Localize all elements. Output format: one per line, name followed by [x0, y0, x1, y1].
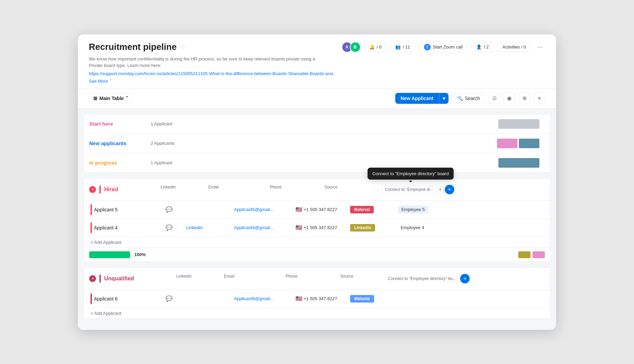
star-icon[interactable]: ☆	[180, 43, 185, 51]
col-header-phone: Phone	[268, 183, 323, 196]
unqualified-color-bar	[99, 275, 101, 283]
email-link[interactable]: Applicant4@gmail...	[234, 225, 274, 230]
row-color-bar	[91, 293, 92, 304]
table-grid-icon: ⊞	[93, 96, 97, 101]
users-btn[interactable]: 👤 / 2	[471, 42, 494, 52]
pin-btn[interactable]: ⊕	[519, 93, 530, 104]
col-header-linkedin: Linkedin	[159, 183, 207, 196]
avatar-2[interactable]: B	[350, 42, 361, 53]
view-btn[interactable]: ◉	[504, 93, 515, 104]
connect-dropdown[interactable]: Connect to "Employee directo..." ▾	[382, 185, 443, 194]
swatch-linkedin	[518, 251, 530, 258]
hired-color-bar	[99, 185, 101, 194]
employee-cell: Employee 4	[397, 222, 472, 234]
app-window: Recruitment pipeline ☆ A B 🔔 / 0 👥 / 11	[78, 34, 556, 330]
progress-pct: 100%	[134, 252, 146, 257]
row-color-bar	[91, 204, 92, 215]
progress-bar	[89, 251, 130, 258]
toolbar-right: New Applicant ▾ 🔍 Search ⊙ ◉ ⊕ ≡	[395, 93, 545, 104]
comment-cell[interactable]: 💬	[164, 292, 185, 305]
col-header-email: Email	[223, 272, 284, 285]
unqualified-collapse-btn[interactable]: ▾	[89, 275, 96, 282]
filter-btn[interactable]: ≡	[534, 93, 545, 104]
add-column-btn[interactable]: +	[445, 185, 454, 194]
employee-value: Employee 5	[398, 206, 428, 213]
bar-segment-progress	[498, 158, 539, 168]
person-filter-btn[interactable]: ⊙	[488, 93, 500, 104]
phone-cell: 🇺🇸 +1 505 347 8227	[294, 221, 349, 234]
comment-icon: 💬	[166, 207, 173, 212]
summary-name-progress: In progress	[89, 160, 151, 166]
summary-section: Start here 1 Applicant New applicants 2 …	[83, 114, 551, 173]
employee-value: Employee 4	[398, 224, 427, 232]
bar-segment-2	[519, 139, 539, 148]
table-selector[interactable]: ⊞ Main Table ˅	[89, 93, 133, 103]
linkedin-cell	[185, 295, 233, 302]
summary-row-progress: In progress 1 Applicant	[84, 153, 550, 172]
toolbar-left: ⊞ Main Table ˅	[89, 93, 133, 103]
phone-number: +1 505 347 8227	[304, 225, 337, 230]
source-cell: Website	[349, 293, 397, 305]
table-name: Main Table	[99, 96, 124, 101]
flag-icon: 🇺🇸	[295, 224, 302, 231]
new-applicant-dropdown-arrow[interactable]: ▾	[439, 93, 449, 104]
summary-bar-new	[192, 139, 545, 148]
notifications-btn[interactable]: 🔔 / 0	[364, 42, 387, 52]
email-cell: Applicant6@gmail...	[233, 293, 294, 305]
comment-cell[interactable]: 💬	[164, 203, 185, 216]
more-icon: ···	[537, 43, 542, 50]
row-actions-cell	[472, 206, 489, 213]
summary-name-start: Start here	[89, 121, 151, 127]
footer-swatches	[518, 251, 545, 258]
phone-number: +1 505 347 8227	[304, 296, 337, 301]
new-applicant-btn[interactable]: New Applicant ▾	[395, 93, 449, 104]
toolbar: ⊞ Main Table ˅ New Applicant ▾ 🔍 Search …	[78, 88, 556, 109]
applicant-name: Applicant 5	[94, 207, 118, 212]
row-actions-cell	[472, 295, 489, 302]
unqualified-title: Unqualified	[104, 276, 134, 282]
pin-icon: ⊕	[522, 95, 527, 101]
connect-col-label: Connect to "Employee directory" bo...	[388, 276, 456, 281]
more-menu-btn[interactable]: ···	[535, 42, 545, 52]
add-applicant-label: + Add Applicant	[91, 311, 121, 316]
users-count: / 2	[484, 44, 488, 50]
see-more-btn[interactable]: See More ˅	[89, 79, 112, 84]
source-badge: Linkedin	[350, 224, 375, 232]
applicant-name: Applicant 6	[94, 296, 118, 302]
col-dots-icon: ⋮⋮	[372, 187, 381, 192]
col-header-email: Email	[207, 183, 268, 196]
learn-more-link[interactable]: https://support.monday.com/hc/en-us/arti…	[89, 71, 334, 76]
zoom-label: Start Zoom call	[433, 44, 463, 50]
linkedin-cell: Linkedin	[185, 222, 233, 234]
progress-fill	[89, 251, 130, 258]
activities-btn[interactable]: Activities / 0	[497, 42, 531, 52]
linkedin-link[interactable]: Linkedin	[186, 225, 203, 230]
progress-footer: 100%	[84, 248, 550, 262]
summary-row-new: New applicants 2 Applicants	[84, 134, 550, 153]
start-zoom-btn[interactable]: Z Start Zoom call	[419, 41, 468, 53]
members-btn[interactable]: 👥 / 11	[390, 42, 415, 52]
notifications-count: / 0	[377, 44, 382, 50]
email-link[interactable]: Applicant6@gmail...	[234, 296, 274, 301]
header: Recruitment pipeline ☆ A B 🔔 / 0 👥 / 11	[78, 34, 556, 88]
table-arrow-icon: ˅	[126, 96, 128, 101]
email-cell: Applicant4@gmail...	[233, 222, 294, 234]
collapse-icon: ▾	[92, 277, 94, 280]
comment-cell[interactable]: 💬	[164, 221, 185, 234]
swatch-referral	[533, 251, 545, 258]
col-header-blank	[139, 183, 159, 196]
collapse-icon: ▾	[92, 187, 94, 191]
search-btn[interactable]: 🔍 Search	[452, 93, 485, 103]
hired-collapse-btn[interactable]: ▾	[89, 186, 96, 193]
summary-count-progress: 1 Applicant	[151, 160, 192, 165]
row-actions-cell	[472, 224, 489, 231]
avatar-stack: A B	[342, 42, 361, 53]
email-link[interactable]: Applicant5@gmail...	[234, 207, 274, 212]
email-cell: Applicant5@gmail...	[233, 204, 294, 215]
add-applicant-row-unqualified[interactable]: + Add Applicant	[84, 308, 550, 319]
add-column-btn-unqualified[interactable]: +	[460, 274, 470, 283]
applicant-name: Applicant 4	[94, 225, 118, 230]
phone-cell: 🇺🇸 +1 505 347 8227	[294, 292, 349, 305]
filter-icon: ≡	[538, 95, 541, 101]
add-applicant-row[interactable]: + Add Applicant	[84, 237, 550, 248]
